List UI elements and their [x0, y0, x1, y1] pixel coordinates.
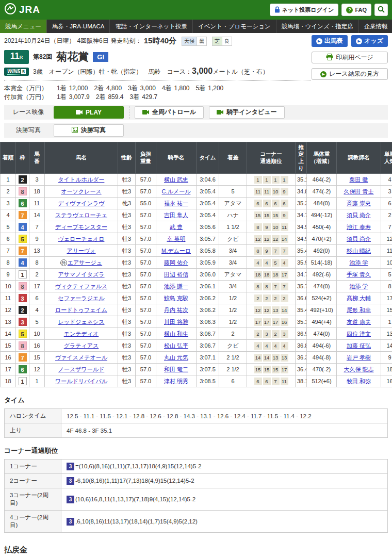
trainer-link[interactable]: 岩戸 孝樹 — [347, 354, 371, 361]
search-button[interactable] — [374, 4, 388, 16]
jockey-cell: C.ルメール — [156, 186, 197, 198]
finish-time: 3:05.4 — [197, 198, 219, 209]
turf-badge: 芝 良 — [212, 37, 232, 46]
jockey-link[interactable]: 幸 英明 — [167, 236, 185, 242]
trainer-link[interactable]: 池添 学 — [349, 283, 368, 289]
horse-name-link[interactable]: タイトルホルダー — [58, 176, 105, 183]
horse-name-link[interactable]: アリーヴォ — [67, 248, 95, 254]
play-button[interactable]: PLAY — [54, 106, 124, 119]
finish-photo-button[interactable]: 決勝写真 — [54, 124, 124, 137]
trainer-link[interactable]: 四位 洋文 — [347, 331, 371, 337]
jockey-link[interactable]: 丸山 元気 — [164, 354, 188, 361]
nav-item-イベント・プロモーション[interactable]: イベント・プロモーション — [192, 20, 276, 33]
horse-name-cell: ヴィクティファルス — [45, 281, 118, 292]
carried-weight: 57.0 — [136, 221, 156, 233]
nav-item-馬券・JRA-UMACA[interactable]: 馬券・JRA-UMACA — [46, 20, 110, 33]
frame-number: 5 — [19, 235, 27, 243]
trainer-link[interactable]: 池添 学 — [349, 259, 368, 266]
sex-age: 牡3 — [118, 186, 136, 198]
jockey-link[interactable]: 武 豊 — [170, 224, 183, 230]
nav-item-競馬場・ウインズ・指定席[interactable]: 競馬場・ウインズ・指定席 — [276, 20, 358, 33]
patrol-video-button[interactable]: 全周パトロール — [135, 106, 204, 119]
jockey-cell: 横山 和生 — [156, 328, 197, 340]
horse-name-link[interactable]: ヴァイスメテオール — [55, 354, 107, 361]
entry-table-label: 出馬表 — [324, 37, 343, 45]
trainer-link[interactable]: 手塚 貴久 — [347, 271, 371, 277]
jockey-link[interactable]: M.デムーロ — [161, 248, 191, 254]
trainer-link[interactable]: 須貝 尚介 — [347, 236, 371, 242]
faq-button[interactable]: ? FAQ — [341, 4, 371, 16]
frame-cell: 3 — [16, 316, 29, 328]
finish-position: 11 — [1, 292, 16, 304]
body-weight: 492(-6) — [307, 269, 337, 281]
trainer-link[interactable]: 友道 康夫 — [347, 319, 371, 325]
horse-name-link[interactable]: エアサージュ — [68, 259, 102, 266]
nav-item-企業情報[interactable]: 企業情報 — [358, 20, 392, 33]
estimated-agari: 36.8 — [296, 340, 307, 352]
corner-position: 13 — [272, 354, 280, 362]
trainer-cell: 久保田 貴士 — [337, 186, 381, 198]
jockey-link[interactable]: 横山 武史 — [164, 176, 188, 183]
print-page-label: 印刷用ページ — [336, 53, 373, 62]
print-page-button[interactable]: 印刷用ページ — [312, 52, 388, 63]
divider — [129, 106, 129, 119]
jockey-link[interactable]: 鮫島 克駿 — [164, 295, 188, 301]
horse-name-link[interactable]: ワールドリバイバル — [55, 378, 107, 384]
frame-number: 6 — [19, 199, 27, 207]
trainer-link[interactable]: 須貝 尚介 — [347, 212, 371, 218]
jockey-link[interactable]: 横山 和生 — [164, 331, 188, 337]
entry-table-button[interactable]: ▶ 出馬表 — [312, 35, 348, 47]
jockey-link[interactable]: 川田 将雅 — [164, 319, 188, 325]
trainer-link[interactable]: 池江 泰寿 — [347, 224, 371, 230]
horse-name-link[interactable]: ステラヴェローチェ — [55, 212, 107, 218]
trainer-link[interactable]: 久保田 貴士 — [344, 188, 373, 194]
trainer-link[interactable]: 杉山 晴紀 — [347, 248, 371, 254]
jockey-link[interactable]: 津村 明秀 — [164, 378, 188, 384]
corner-position: 2 — [254, 330, 262, 338]
trainer-link[interactable]: 髙柳 大輔 — [347, 295, 371, 301]
results-guide-button[interactable]: ▶ レース結果の見方 — [312, 68, 388, 80]
finish-position: 18 — [1, 375, 16, 387]
jockey-link[interactable]: 藤岡 佑介 — [164, 259, 188, 266]
horse-name-link[interactable]: オーソクレース — [61, 188, 101, 194]
horse-name-link[interactable]: グラティアス — [64, 342, 99, 349]
jockey-cell: 池添 謙一 — [156, 281, 197, 292]
jockey-link[interactable]: 丹内 祐次 — [164, 307, 188, 313]
trainer-link[interactable]: 大久保 龍志 — [344, 366, 373, 372]
horse-name-link[interactable]: レッドジェネシス — [58, 319, 104, 325]
horse-name-link[interactable]: ヴェローチェオロ — [58, 236, 105, 242]
jockey-link[interactable]: 吉田 隼人 — [164, 212, 188, 218]
horse-name-link[interactable]: ノースザワールド — [58, 366, 105, 372]
odds-button[interactable]: ▶ オッズ — [351, 35, 388, 47]
trainer-link[interactable]: 加藤 征弘 — [347, 342, 371, 349]
jra-logo[interactable]: JRA — [4, 3, 40, 18]
jockey-link[interactable]: C.ルメール — [162, 188, 191, 194]
trainer-link[interactable]: 栗田 徹 — [349, 176, 368, 183]
horse-name-cell: ロードトゥフェイム — [45, 304, 118, 316]
corner-position: 12 — [254, 235, 262, 243]
trainer-link[interactable]: 斉藤 崇史 — [347, 200, 371, 206]
sex-age: 牡3 — [118, 316, 136, 328]
horse-name-link[interactable]: ヴィクティファルス — [55, 283, 107, 289]
jockey-link[interactable]: 福永 祐一 — [164, 200, 188, 206]
trainer-link[interactable]: 尾形 和幸 — [347, 307, 371, 313]
jockey-link[interactable]: 和田 竜二 — [164, 366, 188, 372]
table-row: 4714ステラヴェローチェ牡357.0吉田 隼人3:05.4ハナ15151593… — [1, 209, 392, 221]
horse-name-link[interactable]: ロードトゥフェイム — [55, 307, 107, 313]
jockey-link[interactable]: 田辺 裕信 — [164, 271, 188, 277]
jockey-link[interactable]: 池添 謙一 — [164, 283, 188, 289]
horse-name-link[interactable]: アサマノイタズラ — [58, 271, 104, 277]
body-weight: 464(-2) — [307, 174, 337, 186]
horse-name-link[interactable]: セファーラジエル — [58, 295, 105, 301]
horse-name-link[interactable]: モンテディオ — [64, 331, 99, 337]
horse-name-link[interactable]: ディヴァインラヴ — [58, 200, 104, 206]
jockey-interview-button[interactable]: 騎手インタビュー — [209, 106, 284, 119]
nav-item-競馬メニュー[interactable]: 競馬メニュー — [0, 20, 46, 33]
net-vote-login-button[interactable]: ネット投票ログイン — [270, 4, 339, 16]
horse-name-link[interactable]: ディープモンスター — [55, 224, 107, 230]
corner-positions: 17171716 — [247, 316, 296, 328]
nav-item-電話・インターネット投票[interactable]: 電話・インターネット投票 — [109, 20, 192, 33]
corner-position: 10 — [272, 188, 280, 195]
jockey-link[interactable]: 松山 弘平 — [164, 342, 188, 349]
trainer-link[interactable]: 牧田 和弥 — [347, 378, 371, 384]
